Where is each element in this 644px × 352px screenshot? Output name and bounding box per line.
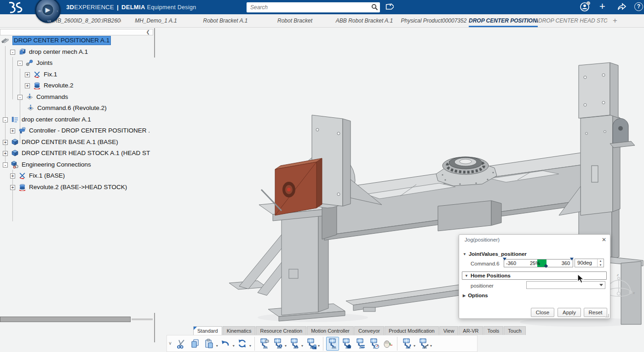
chevron-down-icon[interactable]: ▾	[318, 344, 320, 348]
tree-node[interactable]: drop center mech A.1	[29, 48, 88, 56]
joint-slider[interactable]: -360 25% 360	[504, 259, 573, 267]
doc-tab[interactable]: MH_Demo_1 A.1	[121, 14, 190, 27]
ribbon-tab-standard[interactable]: Standard	[193, 326, 222, 335]
section-joint-values[interactable]: ▼JointValues_positioner	[463, 251, 527, 257]
ribbon-tab-touch[interactable]: Touch	[504, 326, 525, 335]
apply-button[interactable]: Apply	[558, 308, 581, 317]
close-icon[interactable]: ✕	[602, 237, 606, 243]
section-home-positions[interactable]: ▼Home Positions	[465, 273, 511, 278]
ribbon-tab-resource-creation[interactable]: Resource Creation	[256, 326, 306, 335]
tree-node[interactable]: Command.6 (Revolute.2)	[37, 104, 107, 112]
robot-io-button[interactable]	[354, 337, 367, 351]
tree-expander[interactable]: +	[10, 173, 15, 179]
chevron-down-icon[interactable]: ▾	[301, 344, 303, 348]
chevron-down-icon[interactable]: ▾	[233, 344, 235, 348]
tree-node[interactable]: Fix.1	[44, 70, 57, 79]
search-box[interactable]	[247, 2, 380, 12]
tree-expander[interactable]: -	[17, 61, 23, 66]
new-tab-button[interactable]: +	[610, 16, 620, 26]
chevron-down-icon[interactable]: ▾	[414, 344, 415, 348]
search-icon[interactable]	[371, 4, 378, 11]
robot-tools-button[interactable]	[417, 337, 430, 351]
tree-node[interactable]: drop center controller A.1	[22, 115, 91, 124]
spinner-down-icon[interactable]: ▼	[598, 263, 604, 267]
robot-program-button[interactable]	[271, 337, 284, 351]
chevron-down-icon[interactable]: ˅	[169, 341, 172, 346]
chevron-down-icon[interactable]: ▾	[249, 344, 251, 348]
tree-node[interactable]: Joints	[36, 59, 52, 67]
tree-node[interactable]: Commands	[36, 93, 68, 101]
robot-reach-button[interactable]	[288, 337, 301, 351]
tree-expander[interactable]: -	[3, 162, 8, 167]
teach-device-button[interactable]	[258, 337, 270, 351]
ribbon-tab-kinematics[interactable]: Kinematics	[223, 326, 256, 335]
copy-button[interactable]	[189, 337, 202, 351]
tree-expander[interactable]: -	[3, 117, 8, 122]
tree-node[interactable]: Engineering Connections	[22, 161, 91, 169]
ribbon-tab-ar-vr[interactable]: AR-VR	[459, 326, 483, 335]
doc-tab-active[interactable]: DROP CENTER POSITIONE	[469, 14, 538, 27]
robot-speed-button[interactable]	[368, 337, 380, 351]
reset-button[interactable]: Reset	[584, 308, 607, 317]
robot-arm-button[interactable]	[400, 337, 413, 351]
tag-icon[interactable]	[385, 2, 394, 12]
robot-home-button[interactable]	[340, 337, 353, 351]
tree-node[interactable]: DROP CENTER HEAD STOCK A.1 (HEAD ST	[22, 149, 150, 157]
ribbon-tab-conveyor[interactable]: Conveyor	[354, 326, 384, 335]
tree-node[interactable]: Fix.1 (BASE)	[29, 172, 65, 180]
dialog-resize-grip[interactable]	[605, 314, 609, 317]
scroll-left-icon[interactable]: ❮	[146, 29, 150, 35]
spinner-up-icon[interactable]: ▲	[598, 259, 604, 263]
ribbon-tab-motion-controller[interactable]: Motion Controller	[307, 326, 354, 335]
help-icon[interactable]: ?	[634, 2, 643, 11]
chevron-down-icon[interactable]: ▾	[216, 344, 218, 348]
cut-button[interactable]	[175, 337, 188, 351]
tree-scrollbar-top[interactable]: ❮	[0, 29, 153, 35]
section-options[interactable]: ▶Options	[463, 293, 488, 298]
tree-expander[interactable]: +	[10, 128, 15, 133]
doc-tab[interactable]: IRB_2600ID_8_200:IRB2600I	[52, 14, 121, 27]
manipulate-hand-button[interactable]	[381, 337, 394, 351]
robot-part-button[interactable]	[305, 337, 317, 351]
tree-expander[interactable]: -	[17, 95, 23, 100]
slider-max-limit-marker	[570, 258, 574, 260]
update-button[interactable]	[236, 337, 249, 351]
doc-tab[interactable]: DROP CENTER HEAD STOCK	[538, 14, 607, 27]
home-position-dropdown[interactable]	[526, 281, 605, 289]
tree-expander[interactable]: +	[3, 151, 8, 156]
paste-button[interactable]	[203, 337, 216, 351]
chevron-down-icon[interactable]: ▾	[430, 344, 432, 348]
tree-node[interactable]: Revolute.2	[44, 81, 74, 90]
scrollbar-thumb[interactable]	[0, 317, 131, 322]
doc-tab[interactable]: Robot Bracket	[260, 14, 329, 27]
ribbon-tab-view[interactable]: View	[439, 326, 459, 335]
slider-max-label: 360	[562, 260, 570, 266]
chevron-down-icon[interactable]: ▾	[285, 344, 287, 348]
panel-splitter[interactable]	[154, 28, 157, 43]
jog-mechanism-button[interactable]	[326, 337, 339, 351]
close-button[interactable]: Close	[531, 308, 554, 317]
ribbon-tab-product-modification[interactable]: Product Modification	[385, 326, 439, 335]
add-icon[interactable]: +	[599, 0, 605, 12]
tree-expander[interactable]: +	[3, 140, 8, 145]
panel-splitter[interactable]	[154, 313, 157, 328]
undo-button[interactable]	[219, 337, 232, 351]
doc-tab[interactable]: Physical Product00007352	[399, 14, 468, 27]
tree-expander[interactable]: +	[25, 72, 30, 77]
search-input[interactable]	[250, 3, 361, 12]
tree-scrollbar-bottom[interactable]	[0, 317, 153, 323]
tree-node[interactable]: Controller - DROP CENTER POSITIONER .	[29, 127, 150, 135]
share-icon[interactable]	[616, 2, 627, 12]
tree-expander[interactable]: -	[10, 50, 15, 55]
joint-value[interactable]: 90deg	[577, 260, 592, 265]
tree-expander[interactable]: +	[25, 83, 30, 88]
doc-tab[interactable]: Robot Bracket A.1	[191, 14, 260, 27]
tree-node[interactable]: Revolute.2 (BASE->HEAD STOCK)	[29, 183, 127, 191]
tree-node-root[interactable]: DROP CENTER POSITIONER A.1	[13, 36, 110, 45]
tree-node[interactable]: DROP CENTER BASE A.1 (BASE)	[22, 138, 118, 146]
ribbon-tab-tools[interactable]: Tools	[483, 326, 504, 335]
doc-tab[interactable]: ABB Robot Bracket A.1	[330, 14, 399, 27]
document-tab-bar: IRB_2600ID_8_200:IRB2600I MH_Demo_1 A.1 …	[0, 14, 644, 28]
tree-expander[interactable]: +	[10, 185, 15, 190]
joint-value-spinner[interactable]: 90deg ▲ ▼	[575, 259, 604, 267]
